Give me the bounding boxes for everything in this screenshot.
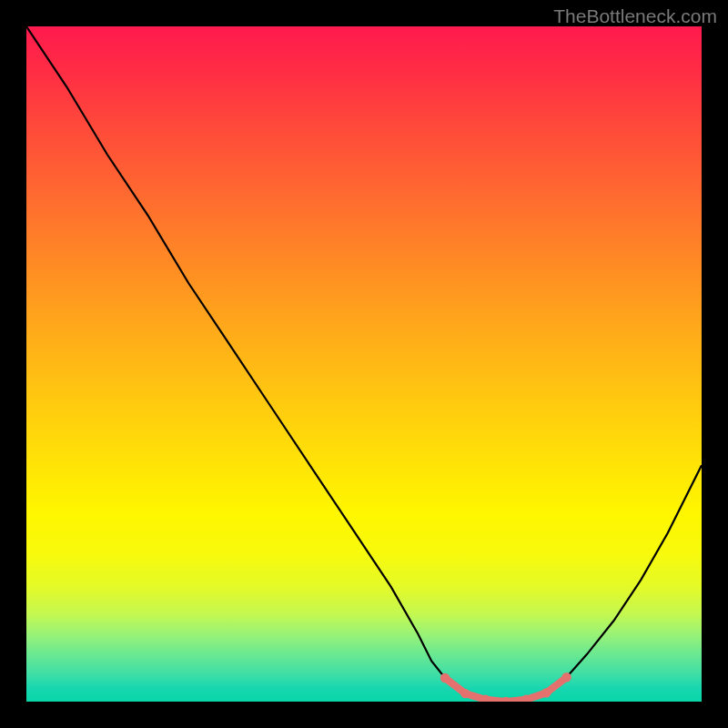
attribution-label: TheBottleneck.com [553,5,717,27]
chart-container: TheBottleneck.com [0,0,728,728]
heat-gradient-background [26,26,702,702]
plot-area [26,26,702,702]
